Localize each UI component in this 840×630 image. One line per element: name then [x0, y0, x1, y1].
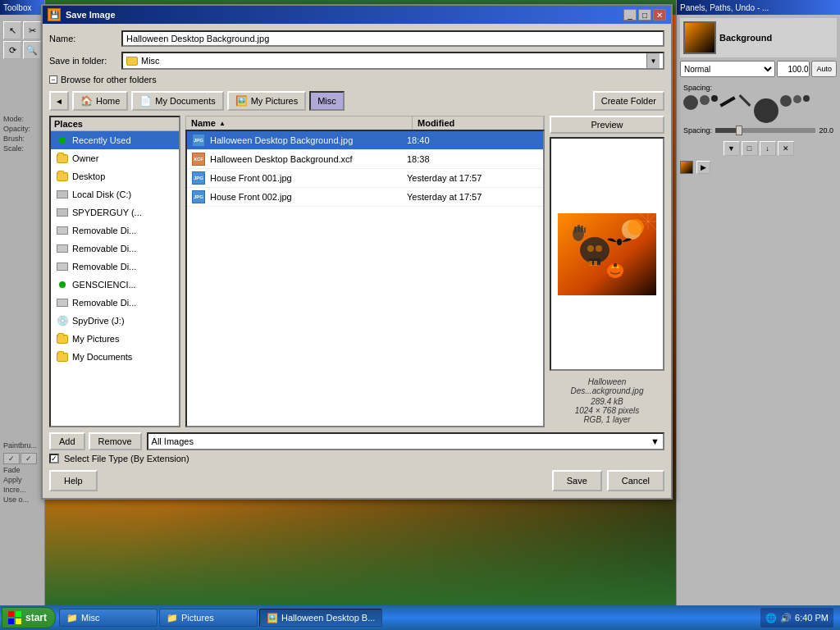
mypics-btn-label: My Pictures: [251, 96, 298, 106]
right-panel-title: Panels, Paths, Undo - ...: [677, 0, 840, 15]
tool-btn[interactable]: 🔍: [23, 41, 41, 59]
spydrive-icon: 💿: [56, 314, 69, 327]
help-button[interactable]: Help: [49, 470, 98, 491]
save-in-select[interactable]: Misc ▼: [121, 52, 664, 70]
close-button[interactable]: ✕: [653, 9, 666, 21]
dialog-title: 💾 Save Image: [48, 8, 116, 21]
places-header: Places: [51, 117, 179, 131]
tool-btn[interactable]: ✂: [23, 21, 41, 39]
place-item-local-disk[interactable]: Local Disk (C:): [51, 185, 179, 203]
save-button[interactable]: Save: [552, 470, 602, 491]
place-item-removable-3[interactable]: Removable Di...: [51, 258, 179, 276]
file-jpg-icon-2: JPG: [192, 171, 207, 185]
taskbar-item-pictures[interactable]: 📁 Pictures: [159, 609, 258, 627]
panel-btn[interactable]: ✕: [778, 141, 794, 156]
name-row: Name:: [49, 30, 664, 47]
tool-btn[interactable]: ↖: [3, 21, 21, 39]
file-item[interactable]: XCF Halloween Desktop Background.xcf 18:…: [187, 150, 543, 169]
cancel-button[interactable]: Cancel: [607, 470, 664, 491]
brush-grid: [683, 95, 833, 123]
maximize-button[interactable]: □: [638, 9, 651, 21]
back-button[interactable]: ◄: [49, 91, 69, 111]
gimp-bg-swatch: [680, 161, 693, 174]
place-item-desktop[interactable]: Desktop: [51, 167, 179, 185]
svg-point-6: [587, 245, 594, 252]
save-in-label: Save in folder:: [49, 56, 115, 66]
preview-svg: [558, 213, 656, 295]
spyderguy-icon: [56, 206, 69, 219]
misc-btn-label: Misc: [317, 96, 336, 106]
expand-btn[interactable]: ▶: [696, 161, 710, 174]
layer-opacity-input[interactable]: [777, 61, 810, 77]
svg-rect-10: [578, 225, 580, 232]
minimize-button[interactable]: _: [623, 9, 637, 21]
taskbar-item-halloween[interactable]: 🖼️ Halloween Desktop B...: [259, 609, 382, 627]
preview-header: Preview: [550, 116, 664, 134]
mypics-btn[interactable]: 🖼️ My Pictures: [227, 91, 306, 111]
home-btn-label: Home: [96, 96, 120, 106]
home-btn[interactable]: 🏠 Home: [72, 91, 128, 111]
place-item-spyderguy[interactable]: SPYDERGUY (...: [51, 203, 179, 221]
svg-point-7: [596, 245, 602, 252]
file-item[interactable]: JPG House Front 001.jpg Yesterday at 17:…: [187, 169, 543, 188]
panel-btn[interactable]: ↓: [760, 141, 776, 156]
removable-icon-3: [56, 260, 69, 273]
place-item-spydrive[interactable]: 💿 SpyDrive (J:): [51, 312, 179, 330]
select-type-row: ✓ Select File Type (By Extension): [49, 454, 664, 463]
place-item-genscienci[interactable]: GENSCIENCI...: [51, 276, 179, 294]
taskbar-right: 🌐 🔊 6:40 PM: [754, 608, 840, 628]
preview-image-area: [550, 137, 664, 371]
panel-btn[interactable]: □: [742, 141, 758, 156]
tool-btn[interactable]: ⟳: [3, 41, 21, 59]
svg-rect-5: [594, 261, 597, 266]
place-item-recently-used[interactable]: Recently Used: [51, 131, 179, 149]
file-type-filter[interactable]: All Images ▼: [147, 432, 664, 450]
name-label: Name:: [49, 34, 115, 43]
filename-input[interactable]: [121, 30, 664, 47]
mydocs-btn[interactable]: 📄 My Documents: [131, 91, 223, 111]
file-item[interactable]: JPG Halloween Desktop Background.jpg 18:…: [187, 131, 543, 150]
layer-mode-select[interactable]: Normal: [680, 61, 775, 77]
auto-btn[interactable]: Auto: [811, 61, 837, 77]
taskbar: start 📁 Misc 📁 Pictures 🖼️ Halloween Des…: [0, 605, 840, 630]
bottom-area: Add Remove All Images ▼: [49, 432, 664, 450]
save-image-dialog: 💾 Save Image _ □ ✕ Name: Save in folder:…: [41, 4, 673, 500]
select-type-checkbox[interactable]: ✓: [49, 454, 59, 463]
misc-btn[interactable]: Misc: [309, 91, 345, 111]
file-item[interactable]: JPG House Front 002.jpg Yesterday at 17:…: [187, 188, 543, 207]
toolbox-title-text: Toolbox: [3, 3, 31, 12]
create-folder-button[interactable]: Create Folder: [593, 91, 664, 111]
browse-toggle[interactable]: − Browse for other folders: [49, 75, 664, 84]
add-button[interactable]: Add: [49, 432, 85, 450]
file-jpg-icon: JPG: [192, 134, 207, 147]
taskbar-item-misc[interactable]: 📁 Misc: [59, 609, 158, 627]
clock: 6:40 PM: [795, 613, 829, 623]
sound-icon: 🔊: [780, 613, 792, 623]
home-icon: 🏠: [80, 95, 93, 107]
start-button[interactable]: start: [2, 607, 56, 628]
place-item-mydocuments[interactable]: My Documents: [51, 348, 179, 366]
col-name-header[interactable]: Name ▲: [186, 116, 413, 130]
brush-label: Brush:: [3, 135, 41, 143]
toolbox-panel: Toolbox ↖ ✂ ⟳ 🔍 Mode: Opacity: Brush: Sc…: [0, 0, 45, 605]
place-item-removable-2[interactable]: Removable Di...: [51, 240, 179, 258]
sort-arrow: ▲: [219, 120, 226, 127]
pictures-taskbar-icon: 📁: [167, 613, 178, 623]
place-item-owner[interactable]: Owner: [51, 149, 179, 167]
paintbrush-label: Paintbru...: [3, 441, 41, 450]
svg-point-15: [617, 239, 622, 245]
place-item-removable-1[interactable]: Removable Di...: [51, 221, 179, 240]
col-modified-header[interactable]: Modified: [413, 116, 544, 130]
place-item-mypictures[interactable]: My Pictures: [51, 330, 179, 348]
save-in-row: Save in folder: Misc ▼: [49, 52, 664, 70]
svg-rect-9: [574, 226, 577, 233]
browse-label: Browse for other folders: [61, 75, 157, 84]
file-list[interactable]: JPG Halloween Desktop Background.jpg 18:…: [185, 130, 545, 427]
desktop-icon: [56, 170, 69, 183]
action-row: Help Save Cancel: [49, 470, 664, 491]
dialog-title-text: Save Image: [66, 10, 116, 20]
place-item-removable-4[interactable]: Removable Di...: [51, 294, 179, 312]
panel-btn[interactable]: ▼: [724, 141, 740, 156]
remove-button[interactable]: Remove: [89, 432, 142, 450]
recently-used-icon: [56, 134, 69, 147]
